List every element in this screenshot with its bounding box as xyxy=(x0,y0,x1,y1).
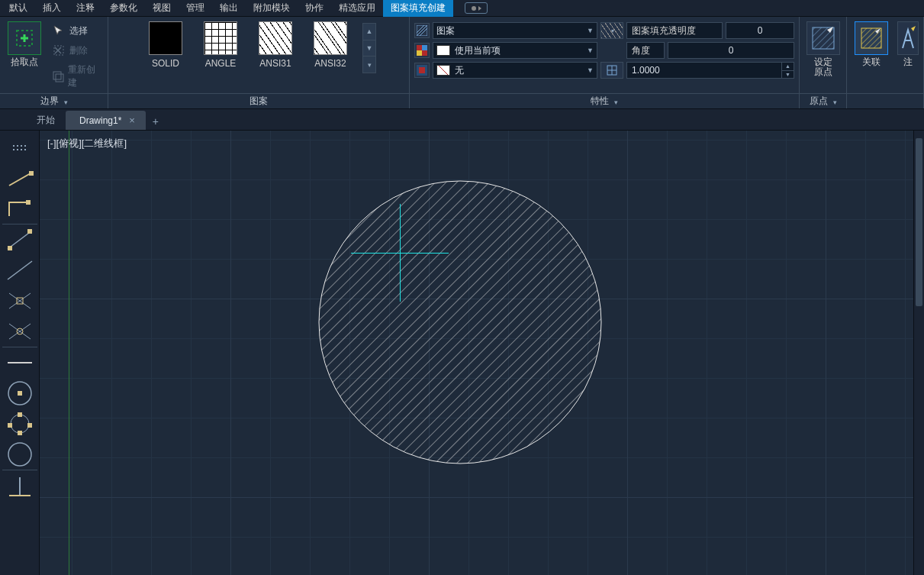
swatch-ansi32[interactable]: ANSI32 xyxy=(304,20,356,70)
scale-value[interactable]: 1.0000▲▼ xyxy=(626,62,794,79)
svg-point-42 xyxy=(319,181,601,464)
panel-properties: 图案▼ 图案填充透明度 0 使用当前项▼ 角度 0 无▼ 1.0000▲▼ 特性 xyxy=(410,17,800,108)
panel-boundary: 拾取点 选择 删除 重新创建 边界 xyxy=(0,17,108,108)
recreate-boundary-button[interactable]: 重新创建 xyxy=(47,61,103,92)
swatch-ansi31-label: ANSI31 xyxy=(259,58,291,69)
associative-button[interactable]: 关联 xyxy=(852,20,891,69)
properties-expand-icon[interactable] xyxy=(612,96,618,107)
menu-hatch-creation[interactable]: 图案填充创建 xyxy=(383,0,453,17)
hatch-bg-dropdown[interactable]: 无▼ xyxy=(433,62,597,79)
svg-rect-8 xyxy=(422,45,427,50)
pick-points-label: 拾取点 xyxy=(11,57,38,67)
document-tabs: 开始 Drawing1* × + xyxy=(0,109,924,131)
pattern-scroll-down[interactable]: ▼ xyxy=(363,40,375,57)
swatch-ansi32-label: ANSI32 xyxy=(314,58,346,69)
palette-polygon[interactable] xyxy=(2,409,38,439)
transparency-value[interactable]: 0 xyxy=(726,22,794,39)
tab-start[interactable]: 开始 xyxy=(23,111,66,130)
swatch-ansi31[interactable]: ANSI31 xyxy=(250,20,301,70)
panel-origin-title: 原点 xyxy=(810,95,828,108)
svg-rect-35 xyxy=(8,423,12,428)
svg-rect-22 xyxy=(27,229,32,234)
menu-bar: 默认 插入 注释 参数化 视图 管理 输出 附加模块 协作 精选应用 图案填充创… xyxy=(0,0,924,17)
menu-parametric[interactable]: 参数化 xyxy=(102,0,145,17)
recreate-icon xyxy=(52,69,64,83)
palette-circle-center[interactable] xyxy=(2,378,38,409)
palette-line[interactable] xyxy=(2,163,38,193)
palette-circle[interactable] xyxy=(2,439,38,470)
svg-rect-36 xyxy=(27,423,32,428)
svg-rect-37 xyxy=(18,431,22,435)
hatch-scale-icon xyxy=(600,62,623,79)
hatch-bg-icon xyxy=(414,63,430,78)
hatch-color-icon xyxy=(414,43,430,58)
scale-spinner[interactable]: ▲▼ xyxy=(781,63,794,78)
palette-hline[interactable] xyxy=(2,347,38,378)
cursor-icon xyxy=(52,24,66,37)
transparency-label: 图案填充透明度 xyxy=(626,22,723,39)
pattern-scroll-up[interactable]: ▲ xyxy=(363,24,375,40)
menu-default[interactable]: 默认 xyxy=(2,0,35,17)
hatch-color-dropdown[interactable]: 使用当前项▼ xyxy=(433,42,597,59)
swatch-angle[interactable]: ANGLE xyxy=(195,20,246,70)
palette-polyline[interactable] xyxy=(2,193,38,224)
set-origin-button[interactable]: 设定 原点 xyxy=(803,20,843,79)
tab-start-label: 开始 xyxy=(37,114,55,127)
svg-rect-34 xyxy=(18,412,22,417)
delete-icon xyxy=(52,44,66,57)
palette-extend[interactable] xyxy=(2,316,38,347)
none-swatch-icon xyxy=(436,65,450,76)
palette-xline[interactable] xyxy=(2,225,38,255)
drawing-canvas[interactable]: [-][俯视][二维线框] xyxy=(40,131,924,575)
panel-pattern-title: 图案 xyxy=(250,95,268,108)
remove-boundary-button[interactable]: 删除 xyxy=(47,41,103,60)
menu-insert[interactable]: 插入 xyxy=(35,0,69,17)
swatch-angle-preview xyxy=(204,21,237,55)
menu-view[interactable]: 视图 xyxy=(145,0,179,17)
select-boundary-button[interactable]: 选择 xyxy=(47,21,103,40)
svg-rect-18 xyxy=(29,171,34,176)
hatched-circle[interactable] xyxy=(318,180,602,464)
svg-rect-11 xyxy=(419,67,425,73)
annotative-button[interactable]: 注 xyxy=(894,20,919,69)
canvas-scrollbar-v[interactable] xyxy=(913,131,924,575)
viewport-label[interactable]: [-][俯视][二维线框] xyxy=(47,137,127,150)
set-origin-label: 设定 原点 xyxy=(814,57,832,77)
pattern-scroll: ▲ ▼ ▾ xyxy=(362,23,376,73)
select-label: 选择 xyxy=(69,24,88,37)
svg-rect-5 xyxy=(56,74,63,82)
new-tab-button[interactable]: + xyxy=(146,113,166,130)
menu-addins[interactable]: 附加模块 xyxy=(246,0,298,17)
annotative-label: 注 xyxy=(903,57,913,67)
svg-rect-4 xyxy=(53,72,61,79)
palette-grip[interactable] xyxy=(2,132,38,163)
menu-annotate[interactable]: 注释 xyxy=(69,0,102,17)
tab-drawing1[interactable]: Drawing1* × xyxy=(66,111,146,130)
transparency-text: 0 xyxy=(758,25,763,36)
angle-value[interactable]: 0 xyxy=(668,42,794,59)
scrollbar-thumb[interactable] xyxy=(916,138,922,306)
origin-expand-icon[interactable] xyxy=(831,96,837,107)
svg-rect-19 xyxy=(26,200,31,205)
hatch-type-dropdown[interactable]: 图案▼ xyxy=(433,22,597,39)
angle-label: 角度 xyxy=(626,42,665,59)
palette-ray[interactable] xyxy=(2,255,38,286)
swatch-solid-preview xyxy=(149,21,182,55)
tab-close-button[interactable]: × xyxy=(129,115,135,126)
svg-rect-9 xyxy=(417,50,422,56)
associative-label: 关联 xyxy=(862,57,881,67)
hatch-pattern-picker[interactable] xyxy=(600,22,623,39)
panel-options: 关联 注 xyxy=(847,17,924,108)
palette-trim[interactable] xyxy=(2,286,38,316)
pattern-gallery-expand[interactable]: ▾ xyxy=(363,57,375,73)
boundary-expand-icon[interactable] xyxy=(62,96,68,107)
menu-collab[interactable]: 协作 xyxy=(298,0,331,17)
menu-manage[interactable]: 管理 xyxy=(179,0,212,17)
pick-points-button[interactable]: 拾取点 xyxy=(5,20,44,69)
menu-featured[interactable]: 精选应用 xyxy=(331,0,383,17)
record-button[interactable] xyxy=(465,2,488,14)
menu-output[interactable]: 输出 xyxy=(212,0,246,17)
palette-arc[interactable] xyxy=(2,470,38,501)
svg-point-38 xyxy=(8,443,31,466)
swatch-solid[interactable]: SOLID xyxy=(140,20,192,70)
